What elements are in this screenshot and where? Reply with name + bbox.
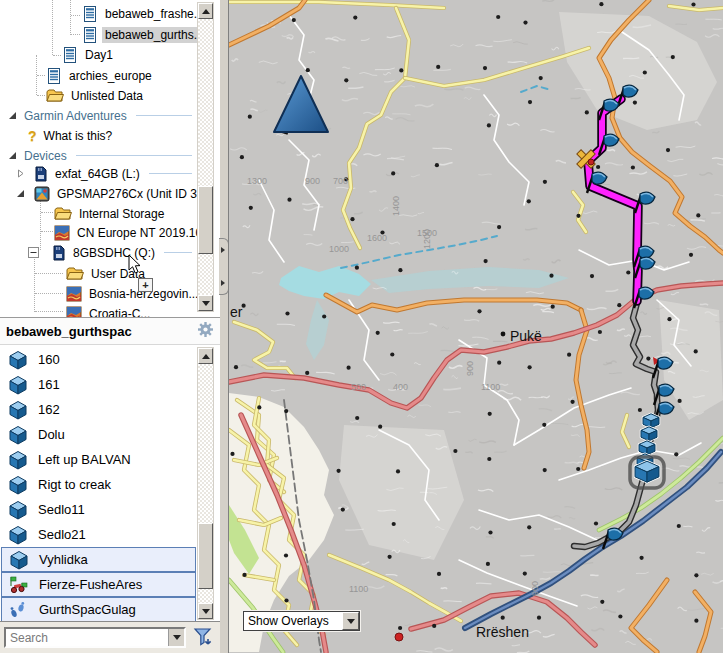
map-canvas[interactable]: 1300900700140016001000150012009001100500… xyxy=(229,0,723,653)
list-item-label: Fierze-FusheAres xyxy=(39,577,142,592)
tree-item-label: Garmin Adventures xyxy=(21,108,130,124)
tree-item-label: User Data xyxy=(88,266,148,282)
tree-item-bosnia-herzegovin[interactable]: Bosnia-herzegovin... xyxy=(0,284,196,303)
tree-item-label: bebaweb_gurths... xyxy=(102,27,207,43)
svg-text:1400: 1400 xyxy=(391,196,401,216)
tree-expander-icon[interactable] xyxy=(8,111,17,120)
show-overlays-dropdown[interactable]: Show Overlays xyxy=(243,611,360,631)
list-item-fierze-fusheares[interactable]: Fierze-FusheAres xyxy=(1,572,196,597)
scroll-up-button[interactable] xyxy=(198,3,213,19)
gear-icon[interactable] xyxy=(197,321,214,342)
list-item-label: Sedlo21 xyxy=(38,527,86,542)
search-dropdown-button[interactable] xyxy=(168,629,184,646)
cube-icon xyxy=(8,375,30,395)
tree-expander-icon[interactable] xyxy=(28,247,39,258)
svg-text:700: 700 xyxy=(333,176,348,186)
city-dot xyxy=(395,633,403,641)
cube-icon xyxy=(8,350,30,370)
tree-item-user-data[interactable]: User Data xyxy=(0,264,196,283)
list-item-label: Vyhlidka xyxy=(39,552,88,567)
cube-icon xyxy=(8,500,30,520)
track-icon xyxy=(9,601,31,619)
tree-item-exfat-64gb-l[interactable]: exfat_64GB (L:) xyxy=(0,164,196,183)
tree-item-label: What is this? xyxy=(41,128,116,144)
tree-item-day1[interactable]: Day1 xyxy=(0,45,196,64)
list-item-161[interactable]: 161 xyxy=(1,372,196,397)
list-item-sedlo11[interactable]: Sedlo11 xyxy=(1,497,196,522)
list-item-gurthspacgulag[interactable]: GurthSpacGulag xyxy=(1,597,196,622)
tree-item-label: bebaweb_frashe... xyxy=(102,6,207,22)
list-item-label: Dolu xyxy=(38,427,65,442)
list-item-label: Sedlo11 xyxy=(38,502,85,517)
tree-item-label: Devices xyxy=(21,148,70,164)
separator-line xyxy=(136,115,192,116)
show-overlays-label: Show Overlays xyxy=(244,614,342,628)
tree-item-archies-europe[interactable]: archies_europe xyxy=(0,66,196,85)
library-tree: bebaweb_frashe...bebaweb_gurths...Day1ar… xyxy=(0,0,220,318)
scroll-thumb[interactable] xyxy=(198,523,213,589)
dropdown-arrow-icon[interactable] xyxy=(342,612,359,630)
tree-item-gpsmap276cx-unit-id-3[interactable]: GPSMAP276Cx (Unit ID 3... xyxy=(0,184,196,203)
search-input[interactable] xyxy=(6,629,168,646)
svg-text:1100: 1100 xyxy=(349,584,368,594)
tree-item-label: exfat_64GB (L:) xyxy=(52,166,143,182)
scroll-down-button[interactable] xyxy=(198,603,213,619)
cube-icon xyxy=(8,475,30,495)
map-view[interactable]: 1300900700140016001000150012009001100500… xyxy=(228,0,723,653)
list-item-160[interactable]: 160 xyxy=(1,347,196,372)
scrollbar[interactable] xyxy=(197,347,214,620)
folder-icon xyxy=(66,266,84,281)
scroll-down-button[interactable] xyxy=(198,295,213,311)
tree-item-bebaweb-gurths[interactable]: bebaweb_gurths... xyxy=(0,25,196,44)
list-item-rigt-to-creak[interactable]: Rigt to creak xyxy=(1,472,196,497)
tree-item-what-is-this[interactable]: ?What is this? xyxy=(0,126,196,145)
scroll-up-button[interactable] xyxy=(198,348,213,364)
cube-icon xyxy=(8,450,30,470)
list-item-label: GurthSpacGulag xyxy=(39,602,136,617)
waypoint-list: 160161162DoluLeft up BALVANRigt to creak… xyxy=(0,345,220,622)
tree-item-label: Unlisted Data xyxy=(68,88,146,104)
folder-icon xyxy=(54,206,72,221)
svg-text:900: 900 xyxy=(465,361,475,376)
tree-expander-icon[interactable] xyxy=(16,169,25,178)
tree-expander-icon[interactable] xyxy=(8,151,17,160)
svg-text:1100: 1100 xyxy=(481,382,500,392)
tree-expander-icon[interactable] xyxy=(16,189,25,198)
tree-item-devices[interactable]: Devices xyxy=(0,146,196,165)
tree-item-garmin-adventures[interactable]: Garmin Adventures xyxy=(0,106,196,125)
doc-icon xyxy=(82,27,98,43)
tree-item-label: 8GBSDHC (Q:) xyxy=(70,245,158,261)
svg-text:Rrëshen: Rrëshen xyxy=(476,624,529,640)
list-item-dolu[interactable]: Dolu xyxy=(1,422,196,447)
tree-item-croatia-c[interactable]: Croatia-C... xyxy=(0,304,196,318)
folder-icon xyxy=(46,88,64,103)
tree-item-label: GPSMAP276Cx (Unit ID 3... xyxy=(54,186,210,202)
svg-text:1200: 1200 xyxy=(422,229,432,249)
scroll-thumb[interactable] xyxy=(198,186,213,254)
list-item-vyhlidka[interactable]: Vyhlidka xyxy=(1,547,196,572)
gps-icon xyxy=(34,186,50,202)
tree-item-label: Bosnia-herzegovin... xyxy=(86,286,201,302)
tree-item-unlisted-data[interactable]: Unlisted Data xyxy=(0,86,196,105)
separator-line xyxy=(76,155,192,156)
cube-icon xyxy=(8,425,30,445)
tree-item-internal-storage[interactable]: Internal Storage xyxy=(0,204,196,223)
route-icon xyxy=(9,576,31,594)
list-item-162[interactable]: 162 xyxy=(1,397,196,422)
list-item-label: 160 xyxy=(38,352,60,367)
waypoint-panel-title: bebaweb_gurthspac xyxy=(6,324,197,339)
svg-text:Pukë: Pukë xyxy=(510,328,542,344)
tree-item-8gbsdhc-q[interactable]: 8GBSDHC (Q:) xyxy=(0,243,196,262)
question-icon: ? xyxy=(28,128,37,144)
tree-item-cn-europe-nt-2019-10[interactable]: CN Europe NT 2019.10 xyxy=(0,223,196,242)
list-item-left-up-balvan[interactable]: Left up BALVAN xyxy=(1,447,196,472)
filter-button[interactable] xyxy=(192,626,216,649)
tree-item-bebaweb-frashe[interactable]: bebaweb_frashe... xyxy=(0,4,196,23)
list-item-sedlo21[interactable]: Sedlo21 xyxy=(1,522,196,547)
cube-icon xyxy=(8,400,30,420)
cube-icon xyxy=(8,525,30,545)
doc-icon xyxy=(46,68,62,84)
scrollbar[interactable] xyxy=(197,2,214,312)
list-item-label: Left up BALVAN xyxy=(38,452,131,467)
mapimg-icon xyxy=(66,306,82,319)
